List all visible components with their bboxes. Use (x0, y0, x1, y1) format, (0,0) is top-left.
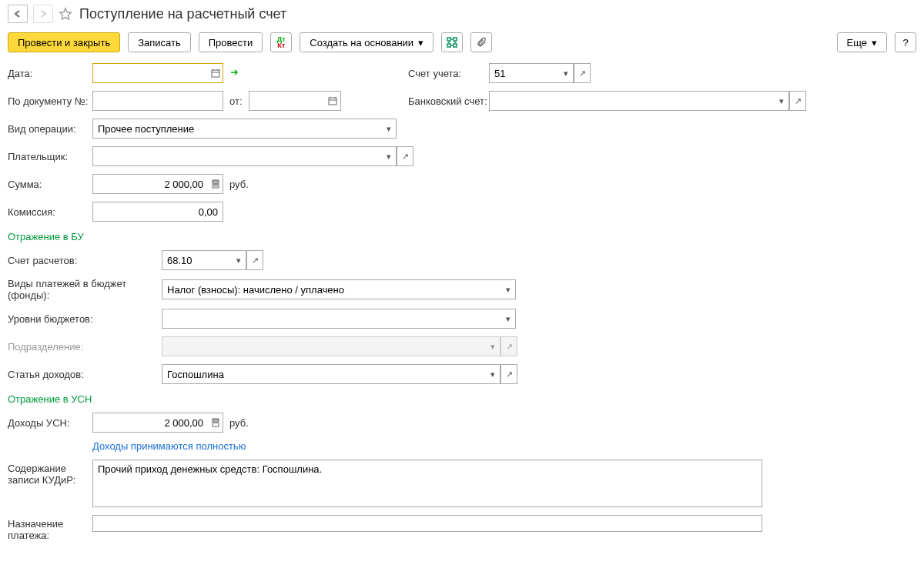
create-based-on-button[interactable]: Создать на основании ▾ (300, 32, 434, 52)
calculator-icon[interactable] (208, 413, 223, 433)
svg-rect-1 (447, 38, 450, 41)
kudir-content-textarea[interactable] (92, 460, 762, 507)
budget-payment-types-input[interactable] (162, 279, 500, 299)
payer-input[interactable] (92, 146, 381, 166)
dropdown-icon[interactable]: ▾ (500, 279, 516, 299)
open-ref-icon[interactable]: ↗ (397, 146, 413, 166)
payer-label: Плательщик: (8, 151, 92, 162)
svg-point-17 (213, 422, 214, 423)
department-input (162, 336, 485, 356)
open-ref-icon[interactable]: ↗ (246, 250, 263, 270)
income-item-label: Статья доходов: (8, 369, 162, 380)
operation-type-input[interactable] (92, 119, 381, 139)
account-of-record-label: Счет учета: (408, 68, 489, 79)
svg-rect-2 (454, 38, 457, 41)
svg-rect-6 (329, 98, 336, 105)
calculator-icon[interactable] (208, 174, 223, 194)
svg-point-10 (215, 183, 216, 184)
date-arrow-icon[interactable] (229, 67, 240, 80)
svg-point-14 (216, 186, 217, 186)
open-ref-icon[interactable]: ↗ (500, 364, 517, 384)
dropdown-icon[interactable]: ▾ (381, 119, 397, 139)
settlement-account-label: Счет расчетов: (8, 255, 162, 266)
commission-input[interactable] (92, 202, 223, 222)
sum-input[interactable] (92, 174, 208, 194)
income-fully-accepted-link[interactable]: Доходы принимаются полностью (92, 440, 246, 452)
doc-from-label: от: (229, 95, 243, 107)
sum-label: Сумма: (8, 179, 92, 190)
open-ref-icon: ↗ (500, 336, 517, 356)
window-title: Поступление на расчетный счет (79, 6, 286, 22)
nav-forward-button[interactable] (33, 5, 53, 23)
payment-purpose-label: Назначение платежа: (8, 515, 92, 541)
operation-type-label: Вид операции: (8, 123, 92, 135)
currency-label: руб. (229, 417, 249, 429)
attachments-button[interactable] (470, 32, 492, 52)
doc-number-label: По документу №: (8, 95, 92, 107)
date-input[interactable] (92, 63, 208, 83)
svg-point-12 (213, 186, 214, 186)
svg-rect-4 (454, 44, 457, 47)
open-ref-icon[interactable]: ↗ (574, 63, 591, 83)
favorite-star-icon[interactable] (59, 7, 72, 21)
budget-levels-input[interactable] (162, 309, 500, 329)
more-label: Еще (847, 37, 867, 48)
calendar-icon[interactable] (326, 91, 341, 111)
write-button[interactable]: Записать (128, 32, 191, 52)
dropdown-icon[interactable]: ▾ (774, 91, 789, 111)
dropdown-icon: ▾ (485, 336, 500, 356)
section-bu-header: Отражение в БУ (8, 231, 916, 242)
svg-point-13 (215, 186, 216, 186)
structure-button[interactable] (441, 32, 463, 52)
bank-account-input[interactable] (489, 91, 774, 111)
post-and-close-button[interactable]: Провести и закрыть (8, 32, 120, 52)
date-label: Дата: (8, 68, 92, 79)
svg-rect-8 (213, 181, 218, 182)
doc-number-input[interactable] (92, 91, 223, 111)
dropdown-icon[interactable]: ▾ (485, 364, 500, 384)
svg-point-9 (213, 183, 214, 184)
svg-rect-5 (212, 70, 219, 77)
create-based-on-label: Создать на основании (310, 37, 413, 48)
income-item-input[interactable] (162, 364, 485, 384)
post-button[interactable]: Провести (199, 32, 263, 52)
account-of-record-input[interactable] (489, 63, 558, 83)
dropdown-caret-icon: ▾ (872, 37, 877, 48)
commission-label: Комиссия: (8, 206, 92, 218)
svg-rect-3 (447, 44, 450, 47)
calendar-icon[interactable] (208, 63, 223, 83)
kudir-content-label: Содержание записи КУДиР: (8, 460, 92, 486)
department-label: Подразделение: (8, 341, 162, 353)
dropdown-caret-icon: ▾ (418, 37, 424, 48)
usn-income-label: Доходы УСН: (8, 417, 92, 429)
payment-purpose-textarea[interactable] (92, 515, 762, 532)
dtkt-button[interactable]: ДтКт (270, 32, 292, 52)
svg-rect-16 (213, 420, 218, 421)
dropdown-icon[interactable]: ▾ (558, 63, 574, 83)
budget-levels-label: Уровни бюджетов: (8, 313, 162, 325)
doc-from-date-input[interactable] (249, 91, 326, 111)
svg-point-11 (216, 183, 217, 184)
open-ref-icon[interactable]: ↗ (789, 91, 806, 111)
dropdown-icon[interactable]: ▾ (381, 146, 397, 166)
dropdown-icon[interactable]: ▾ (231, 250, 246, 270)
svg-point-19 (216, 422, 217, 423)
help-button[interactable]: ? (895, 32, 916, 52)
svg-point-18 (215, 422, 216, 423)
currency-label: руб. (229, 179, 249, 190)
settlement-account-input[interactable] (162, 250, 231, 270)
svg-marker-0 (60, 8, 71, 19)
budget-payment-types-label: Виды платежей в бюджет (фонды): (8, 278, 162, 301)
nav-back-button[interactable] (8, 5, 28, 23)
dropdown-icon[interactable]: ▾ (500, 309, 516, 329)
more-button[interactable]: Еще ▾ (837, 32, 887, 52)
usn-income-input[interactable] (92, 413, 208, 433)
bank-account-label: Банковский счет: (408, 95, 489, 107)
section-usn-header: Отражение в УСН (8, 393, 916, 405)
